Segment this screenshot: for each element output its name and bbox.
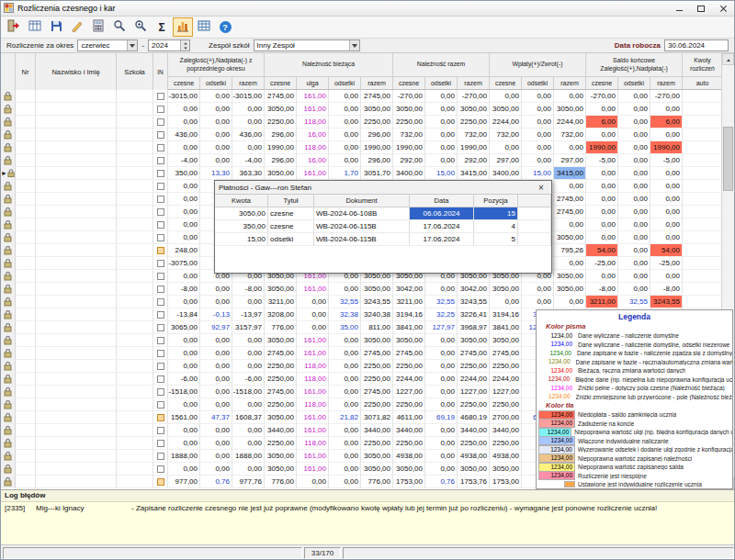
cell[interactable]: 3440,00	[361, 424, 393, 437]
in-checkbox[interactable]	[153, 386, 168, 398]
cell[interactable]: 3415,00	[554, 167, 586, 180]
cell[interactable]: 0,00	[522, 283, 554, 296]
cell[interactable]	[683, 154, 723, 167]
in-checkbox[interactable]	[153, 270, 168, 283]
cell[interactable]: 0,00	[329, 129, 361, 141]
cell[interactable]: 3050,00	[458, 463, 490, 476]
cell[interactable]: 1888,00	[168, 450, 200, 463]
cell[interactable]	[683, 296, 723, 308]
in-checkbox[interactable]	[153, 411, 168, 424]
popup-cell[interactable]: 15,00	[215, 233, 268, 246]
cell[interactable]: 2250,00	[265, 398, 297, 411]
cell[interactable]: 2244,00	[490, 373, 522, 386]
popup-cell[interactable]: 06.06.2024	[410, 207, 474, 220]
cell[interactable]: 3050,00	[554, 270, 586, 283]
cell[interactable]: 732,00	[393, 129, 425, 141]
cell[interactable]: 0,00	[329, 386, 361, 398]
cell[interactable]: 0,00	[586, 193, 618, 206]
zoom-button[interactable]	[130, 17, 151, 37]
cell[interactable]: 3968,97	[458, 321, 490, 334]
popup-cell[interactable]: czesne	[268, 207, 314, 220]
popup-cell[interactable]: 350,00	[215, 220, 268, 233]
cell[interactable]: 0,00	[329, 373, 361, 386]
cell[interactable]: -25,00	[586, 257, 618, 270]
cell[interactable]: 1227,00	[490, 386, 522, 398]
cell[interactable]: 0,76	[200, 476, 232, 488]
cell[interactable]: 3440,00	[458, 424, 490, 437]
cell[interactable]: 0,00	[425, 373, 458, 386]
cell[interactable]: 0,00	[618, 244, 650, 257]
cell[interactable]: 2250,00	[265, 373, 297, 386]
cell[interactable]	[683, 206, 723, 218]
cell[interactable]: 0,00	[297, 321, 329, 334]
in-checkbox[interactable]	[153, 398, 168, 411]
cell[interactable]: 3157,97	[232, 321, 265, 334]
cell[interactable]: 161,00	[297, 103, 329, 116]
cell[interactable]: 0,00	[297, 308, 329, 321]
cell[interactable]: -3015,00	[168, 90, 200, 103]
cell[interactable]: 0,00	[168, 103, 200, 116]
cell[interactable]: 0,00	[618, 218, 650, 231]
cell[interactable]	[683, 270, 723, 283]
cell[interactable]: 0,00	[168, 193, 200, 206]
cell[interactable]: 0,00	[168, 334, 200, 347]
cell[interactable]: 292,00	[393, 154, 425, 167]
cell[interactable]: -8,00	[650, 283, 683, 296]
cell[interactable]: 3050,00	[490, 283, 522, 296]
cell[interactable]: 3050,00	[554, 283, 586, 296]
table-row[interactable]: 0,000,000,002250,00118,000,002250,002250…	[1, 116, 723, 129]
cell[interactable]: 3050,00	[458, 103, 490, 116]
popup-titlebar[interactable]: Płatności - Gaw---ron Stefan	[215, 181, 551, 195]
cell[interactable]: 3050,00	[361, 334, 393, 347]
cell[interactable]: 0,00	[586, 231, 618, 244]
in-checkbox[interactable]	[153, 218, 168, 231]
cell[interactable]: 3211,00	[393, 296, 425, 308]
cell[interactable]: 0,00	[232, 334, 265, 347]
cell[interactable]: 0,00	[200, 90, 232, 103]
cell[interactable]: 0,00	[554, 257, 586, 270]
cell[interactable]: 3243,55	[458, 296, 490, 308]
chevron-down-icon[interactable]	[127, 40, 137, 50]
header-col-czesne[interactable]: czesne	[586, 77, 618, 89]
cell[interactable]: 0,00	[168, 296, 200, 308]
in-checkbox[interactable]	[153, 244, 168, 257]
cell[interactable]: 776,00	[361, 476, 393, 488]
cell[interactable]: 3051,70	[361, 167, 393, 180]
header-col-odsetki[interactable]: odsetki	[425, 77, 458, 89]
cell[interactable]: 0,00	[200, 103, 232, 116]
maximize-button[interactable]	[690, 1, 712, 16]
school-combo[interactable]: Inny Zespół	[254, 39, 360, 51]
cell[interactable]: 161,00	[297, 90, 329, 103]
cell[interactable]: 118,00	[297, 116, 329, 129]
cell[interactable]: 0,00	[329, 450, 361, 463]
popup-cell[interactable]	[518, 207, 551, 220]
cell[interactable]: -4,00	[168, 154, 200, 167]
cell[interactable]: 0,00	[425, 141, 458, 154]
cell[interactable]: 0,00	[200, 347, 232, 360]
cell[interactable]: 0,00	[618, 257, 650, 270]
cell[interactable]: 0,00	[618, 90, 650, 103]
cell[interactable]: 0,00	[618, 129, 650, 141]
cell[interactable]: 3050,00	[265, 450, 297, 463]
cell[interactable]: 0,00	[425, 347, 458, 360]
in-checkbox[interactable]	[153, 116, 168, 129]
cell[interactable]: 2745,00	[361, 347, 393, 360]
cell[interactable]: 2745,00	[265, 347, 297, 360]
header-nr[interactable]: Nr	[16, 53, 36, 90]
year-spinner[interactable]: 2024	[148, 39, 190, 51]
popup-cell[interactable]: 17.06.2024	[410, 233, 474, 246]
cell[interactable]: 3841,00	[393, 321, 425, 334]
cell[interactable]: 1888,00	[232, 450, 265, 463]
popup-cell[interactable]	[518, 233, 551, 246]
cell[interactable]: 4938,00	[458, 450, 490, 463]
popup-close-button[interactable]	[535, 183, 548, 193]
calculator-button[interactable]	[88, 17, 108, 37]
cell[interactable]: 2250,00	[458, 437, 490, 450]
popup-cell[interactable]: WB-2024-06-108B	[314, 207, 410, 220]
cell[interactable]: 3400,00	[393, 167, 425, 180]
cell[interactable]: 0,00	[232, 141, 265, 154]
cell[interactable]	[683, 116, 723, 129]
cell[interactable]: 0,00	[522, 90, 554, 103]
in-checkbox[interactable]	[153, 154, 168, 167]
cell[interactable]: 0,76	[425, 476, 458, 488]
